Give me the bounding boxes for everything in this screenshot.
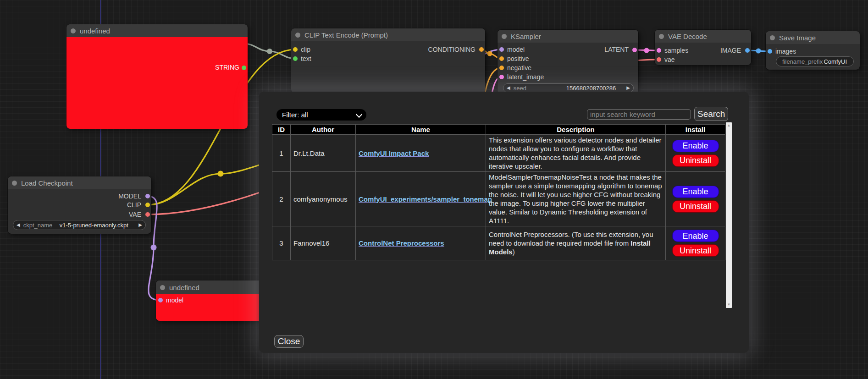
enable-button[interactable]: Enable	[672, 230, 719, 242]
port-label-model: model	[507, 46, 525, 53]
filename-prefix-widget[interactable]: filename_prefix ComfyUI	[776, 56, 854, 66]
node-clip-text-encode[interactable]: CLIP Text Encode (Prompt) clip text COND…	[291, 28, 485, 93]
scrollbar[interactable]: ▲ ▼	[726, 122, 732, 308]
ckpt-name-value[interactable]: v1-5-pruned-emaonly.ckpt	[60, 222, 128, 229]
port-model-output[interactable]	[145, 194, 150, 198]
port-string-output[interactable]	[242, 66, 246, 70]
node-header[interactable]: KSampler	[498, 30, 638, 43]
port-image-output[interactable]	[745, 48, 750, 53]
node-collapse-dot-icon[interactable]	[160, 285, 165, 290]
uninstall-button[interactable]: Uninstall	[672, 200, 719, 213]
extension-description: This extension offers various detector n…	[486, 135, 666, 172]
decrement-icon[interactable]: ◀	[503, 86, 514, 90]
extension-row: 1Dr.Lt.DataComfyUI Impact PackThis exten…	[272, 135, 725, 172]
previous-checkpoint-icon[interactable]: ◀	[13, 223, 23, 227]
node-header[interactable]: Load Checkpoint	[8, 176, 151, 189]
port-latent-image-input[interactable]	[499, 75, 504, 79]
node-header[interactable]: Save Image	[766, 31, 860, 44]
node-collapse-dot-icon[interactable]	[659, 34, 664, 39]
scroll-up-icon[interactable]: ▲	[727, 122, 731, 129]
extension-install-cell: EnableUninstall	[666, 226, 725, 260]
extension-link[interactable]: ControlNet Preprocessors	[359, 239, 444, 247]
link-dot-clip	[218, 171, 224, 177]
next-checkpoint-icon[interactable]: ▶	[135, 223, 145, 227]
node-title: VAE Decode	[668, 33, 707, 40]
node-undefined-top[interactable]: undefined STRING	[66, 24, 248, 129]
node-header[interactable]: undefined	[66, 24, 248, 37]
node-collapse-dot-icon[interactable]	[502, 34, 507, 39]
increment-icon[interactable]: ▶	[623, 86, 633, 90]
extension-link[interactable]: ComfyUI_experiments/sampler_tonemap	[359, 195, 492, 203]
node-title: CLIP Text Encode (Prompt)	[304, 31, 388, 39]
node-vae-decode[interactable]: VAE Decode samples vae IMAGE	[655, 30, 751, 65]
ckpt-name-widget[interactable]: ◀ ckpt_name v1-5-pruned-emaonly.ckpt ▶	[13, 220, 146, 230]
port-label-text: text	[301, 55, 311, 62]
extensions-table: IDAuthorNameDescriptionInstall 1Dr.Lt.Da…	[272, 124, 725, 260]
filter-select[interactable]: Filter: all	[276, 109, 366, 121]
seed-widget[interactable]: ◀ seed 156680208700286 ▶	[503, 83, 634, 93]
filename-prefix-value[interactable]: ComfyUI	[824, 58, 853, 65]
link-dot-model	[151, 245, 157, 251]
node-title: Load Checkpoint	[21, 179, 73, 187]
port-model-input[interactable]	[158, 298, 163, 302]
port-model-input[interactable]	[499, 47, 504, 52]
port-label-negative: negative	[507, 65, 531, 71]
enable-button[interactable]: Enable	[672, 140, 719, 152]
port-label-latent-image: latent_image	[507, 74, 544, 81]
node-title: Save Image	[779, 34, 816, 42]
close-button[interactable]: Close	[274, 335, 304, 348]
port-latent-output[interactable]	[632, 48, 637, 52]
uninstall-button[interactable]: Uninstall	[672, 244, 719, 257]
link-dot-conditioning	[487, 51, 492, 56]
port-label-vae: vae	[664, 56, 675, 63]
node-collapse-dot-icon[interactable]	[71, 28, 76, 33]
extension-manager-dialog: Filter: all Search IDAuthorNameDescripti…	[259, 92, 749, 353]
port-conditioning-output[interactable]	[479, 47, 484, 52]
port-label-positive: positive	[507, 55, 529, 62]
port-clip-input[interactable]	[293, 47, 298, 52]
column-header-name: Name	[356, 125, 486, 135]
filename-prefix-label: filename_prefix	[776, 58, 823, 65]
node-title: undefined	[80, 27, 110, 35]
port-clip-output[interactable]	[145, 203, 150, 207]
seed-widget-value[interactable]: 156680208700286	[566, 85, 623, 92]
uninstall-button[interactable]: Uninstall	[672, 154, 719, 167]
extension-link[interactable]: ComfyUI Impact Pack	[359, 149, 429, 157]
column-header-install: Install	[666, 125, 725, 135]
node-header[interactable]: undefined	[156, 280, 276, 294]
node-load-checkpoint[interactable]: Load Checkpoint MODEL CLIP VAE ◀ ckpt_na…	[8, 176, 151, 234]
port-label-image: IMAGE	[720, 47, 741, 54]
scroll-down-icon[interactable]: ▼	[727, 302, 731, 308]
node-undefined-bottom[interactable]: undefined model	[156, 280, 276, 321]
port-label-model: model	[166, 297, 183, 304]
extension-id: 2	[272, 172, 291, 226]
node-collapse-dot-icon[interactable]	[12, 181, 17, 186]
node-header[interactable]: VAE Decode	[655, 30, 751, 43]
column-header-author: Author	[291, 125, 356, 135]
table-header-row: IDAuthorNameDescriptionInstall	[272, 125, 725, 135]
column-header-id: ID	[272, 125, 291, 135]
search-input[interactable]	[587, 109, 691, 120]
extension-description: ModelSamplerTonemapNoiseTest a node that…	[486, 172, 666, 226]
port-samples-input[interactable]	[657, 48, 661, 53]
port-positive-input[interactable]	[499, 56, 504, 61]
port-text-input[interactable]	[293, 56, 298, 61]
filter-select-wrap: Filter: all	[276, 109, 366, 121]
port-negative-input[interactable]	[499, 66, 504, 70]
node-save-image[interactable]: Save Image images filename_prefix ComfyU…	[766, 31, 860, 70]
port-images-input[interactable]	[768, 49, 772, 54]
node-collapse-dot-icon[interactable]	[770, 35, 775, 40]
port-vae-input[interactable]	[657, 57, 661, 62]
port-label-string: STRING	[215, 64, 239, 71]
node-canvas[interactable]: undefined STRING CLIP Text Encode (Promp…	[0, 0, 868, 379]
port-label-model: MODEL	[118, 193, 141, 200]
port-label-conditioning: CONDITIONING	[428, 46, 475, 53]
search-button[interactable]: Search	[694, 107, 728, 121]
extension-install-cell: EnableUninstall	[666, 135, 725, 172]
node-ksampler[interactable]: KSampler model positive negative latent_…	[498, 30, 638, 94]
extension-author: comfyanonymous	[291, 172, 356, 226]
node-collapse-dot-icon[interactable]	[295, 33, 300, 38]
enable-button[interactable]: Enable	[672, 186, 719, 198]
port-vae-output[interactable]	[145, 212, 150, 217]
node-header[interactable]: CLIP Text Encode (Prompt)	[291, 28, 485, 41]
